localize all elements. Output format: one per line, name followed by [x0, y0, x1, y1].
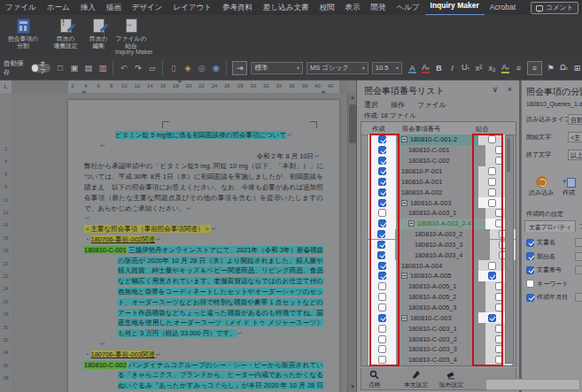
collapse-minus-icon[interactable] — [408, 220, 415, 227]
create-checkbox[interactable] — [378, 219, 386, 227]
align-left-icon[interactable]: ≡ — [514, 63, 524, 73]
merge-checkbox[interactable] — [488, 167, 496, 175]
autosave-switch[interactable]: オフ — [31, 64, 50, 73]
table-row[interactable]: 180810-A-003_4 — [361, 250, 516, 260]
ruler-tab-selector[interactable]: L — [0, 81, 12, 93]
track-changes-icon[interactable]: ▯ — [167, 63, 179, 73]
create-checkbox[interactable] — [378, 135, 386, 143]
pane-menu-操作[interactable]: 操作 — [391, 100, 405, 110]
table-row[interactable]: 180810-C-003_4 — [361, 355, 516, 365]
find-icon[interactable]: ◎ — [196, 63, 207, 73]
merge-checkbox[interactable] — [495, 304, 503, 311]
collapse-minus-icon[interactable] — [401, 136, 407, 142]
font-select[interactable]: MS ゴシック▾ — [307, 62, 369, 74]
inquiry-number-cell[interactable]: 180810-A-005 — [396, 271, 478, 281]
bottom-horizontal-scrollbar[interactable] — [485, 379, 580, 390]
ribbon-tab-ファイル[interactable]: ファイル — [0, 0, 42, 15]
inquiry-number-cell[interactable]: 180810-C-003_1 — [396, 323, 485, 334]
table-row[interactable]: 180810-A-005_2 — [361, 292, 516, 303]
autosave-toggle[interactable]: 自動保存 オフ — [4, 59, 50, 77]
inquiry-number-cell[interactable]: 180810-A-004 — [396, 260, 478, 271]
option-作成年月日[interactable]: 作成年月日 — [526, 293, 568, 302]
create-checkbox[interactable] — [378, 345, 386, 353]
create-checkbox[interactable] — [378, 178, 386, 186]
vertical-ruler[interactable]: 2468101214161820222426283032343638 — [0, 93, 12, 392]
ribbon-tab-挿入[interactable]: 挿入 — [75, 0, 101, 15]
merge-checkbox[interactable] — [495, 219, 503, 227]
除外設定-button[interactable]: 除外設定 — [439, 370, 463, 389]
split-inquiry-button[interactable]: 照会事項の分割 — [4, 18, 43, 53]
inquiry-number-cell[interactable]: 180810-A-003 — [396, 197, 478, 208]
table-row[interactable]: 180810-A-005_3 — [361, 303, 516, 313]
create-button[interactable]: 作成 — [563, 176, 575, 197]
table-row[interactable]: 180810-C-003_3 — [361, 344, 516, 355]
inquiry-number-cell[interactable]: 180810-A-003_4 — [395, 250, 490, 260]
merge-checkbox[interactable] — [495, 157, 503, 165]
underline-icon[interactable]: U▾ — [461, 62, 470, 73]
table-row[interactable]: 180810-A-003_1 — [361, 208, 516, 219]
table-icon[interactable]: ⊞ — [572, 63, 582, 73]
inquiry-number-cell[interactable]: 180810-C-002 — [396, 156, 485, 166]
option-checkbox[interactable] — [526, 294, 534, 302]
merge-checkbox[interactable] — [488, 135, 496, 143]
table-row[interactable]: 180810-C-003_2 — [361, 334, 516, 344]
table-row[interactable]: 180810-A-003_3 — [361, 240, 516, 250]
horizontal-ruler[interactable]: 24681012141618202224262830323436384042 — [12, 81, 347, 93]
ribbon-tab-校閲[interactable]: 校閲 — [314, 0, 339, 15]
subscript-icon[interactable]: x₂ — [487, 63, 497, 73]
inquiry-number-cell[interactable]: 180810-C-001-2 — [396, 135, 478, 145]
inquiry-number-cell[interactable]: 180810-A-005_3 — [396, 303, 485, 313]
merge-files-button[interactable]: →ファイルの結合 — [112, 18, 151, 53]
field-input[interactable]: 以上 — [568, 150, 582, 160]
ribbon-tab-デザイン[interactable]: デザイン — [127, 0, 168, 15]
inquiry-number-cell[interactable]: 180810-C-003 — [396, 312, 478, 323]
本文設定-button[interactable]: 本文設定 — [404, 370, 428, 389]
create-checkbox[interactable] — [378, 146, 386, 154]
ribbon-tab-差し込み文書[interactable]: 差し込み文書 — [258, 0, 314, 15]
merge-checkbox[interactable] — [488, 199, 496, 207]
phonetic-guide-icon[interactable]: A — [407, 63, 417, 73]
format-painter-icon[interactable]: ◈ — [182, 63, 193, 73]
merge-checkbox[interactable] — [488, 314, 496, 322]
option-value-input[interactable] — [575, 265, 582, 274]
inquiry-number-cell[interactable]: 180810-C-003_2 — [396, 334, 485, 344]
font-size-select[interactable]: 10.5▾ — [372, 62, 402, 74]
paragraph-settings-button[interactable]: ⇥ — [232, 61, 247, 75]
load-button[interactable]: 読み込み — [529, 176, 554, 197]
align-justify-icon[interactable]: ≡ — [527, 61, 542, 75]
create-checkbox[interactable] — [378, 293, 386, 301]
inquiry-number-cell[interactable]: 180810-A-001 — [396, 176, 478, 187]
superscript-icon[interactable]: x² — [474, 63, 484, 73]
ribbon-tab-開発[interactable]: 開発 — [365, 0, 391, 15]
merge-checkbox[interactable] — [495, 209, 503, 217]
table-row[interactable]: 180810-P-001 — [361, 166, 516, 177]
create-checkbox[interactable] — [378, 272, 386, 280]
ribbon-tab-ホーム[interactable]: ホーム — [42, 0, 75, 15]
table-row[interactable]: 180810-C-001-2 — [361, 135, 516, 145]
create-checkbox[interactable] — [378, 335, 386, 343]
inquiry-number-cell[interactable]: 180810-A-005_1 — [396, 281, 485, 292]
scrollbar-thumb[interactable] — [349, 104, 356, 143]
ribbon-tab-レイアウト[interactable]: レイアウト — [168, 0, 218, 15]
table-row[interactable]: 180810-C-003_1 — [361, 323, 516, 334]
merge-checkbox[interactable] — [488, 272, 496, 280]
create-checkbox[interactable] — [378, 325, 386, 333]
merge-checkbox[interactable] — [488, 178, 496, 186]
table-row[interactable]: 180810-A-003_2-4 — [361, 219, 516, 229]
open-icon[interactable]: ▱ — [146, 63, 158, 73]
ribbon-tab-Inquiry Maker[interactable]: Inquiry Maker — [425, 0, 485, 16]
create-checkbox[interactable] — [378, 314, 386, 322]
create-checkbox[interactable] — [377, 251, 385, 259]
option-value-input[interactable] — [575, 238, 582, 247]
option-文書名[interactable]: 文書名 — [526, 238, 555, 247]
ribbon-tab-参考資料[interactable]: 参考資料 — [217, 0, 258, 15]
pane-menu-ファイル[interactable]: ファイル — [417, 100, 446, 110]
inquiry-number-cell[interactable]: 180810-C-003_3 — [396, 344, 485, 355]
new-document-icon[interactable]: □ — [54, 63, 66, 73]
option-checkbox[interactable] — [526, 252, 534, 260]
option-value-input[interactable] — [575, 293, 582, 302]
highlight-icon[interactable]: A▾ — [501, 62, 510, 73]
comments-button[interactable]: コメント — [531, 2, 578, 14]
create-checkbox[interactable] — [377, 241, 385, 249]
ribbon-tab-Acrobat[interactable]: Acrobat — [485, 0, 521, 15]
